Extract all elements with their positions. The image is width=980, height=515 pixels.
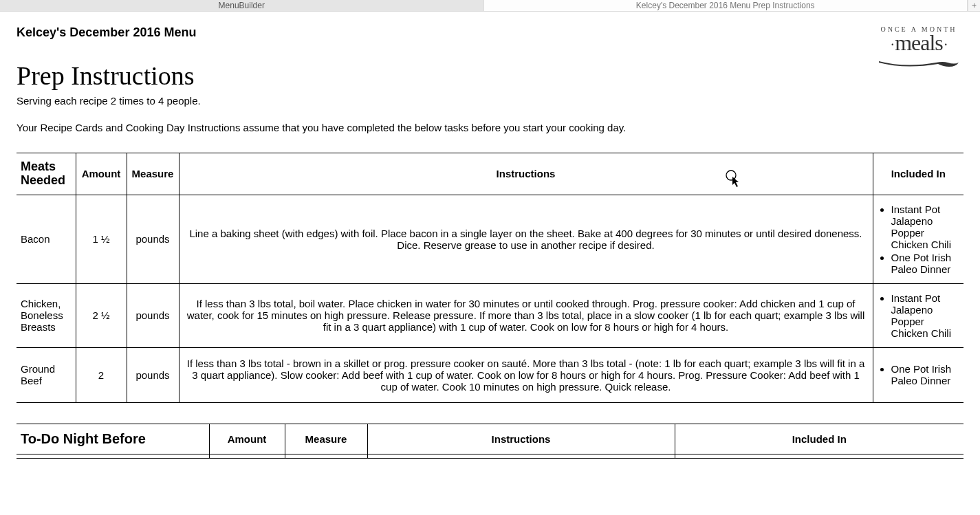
todo-header-title: To-Do Night Before: [17, 424, 209, 454]
intro-text: Your Recipe Cards and Cooking Day Instru…: [17, 122, 963, 133]
brand-logo: ONCE A MONTH meals: [874, 25, 963, 69]
page-title: Prep Instructions: [17, 61, 963, 91]
table-row: Ground Beef2poundsIf less than 3 lbs tot…: [17, 347, 963, 402]
table-row: Chicken, Boneless Breasts2 ½poundsIf les…: [17, 283, 963, 347]
todo-header-included: Included In: [675, 424, 963, 454]
todo-header-amount: Amount: [209, 424, 285, 454]
todo-header-measure: Measure: [285, 424, 367, 454]
tab-prep-instructions[interactable]: Kelcey's December 2016 Menu Prep Instruc…: [484, 0, 968, 11]
meat-included-in: Instant Pot Jalapeno Popper Chicken Chil…: [873, 283, 963, 347]
spoon-icon: [878, 57, 960, 69]
todo-header-row: To-Do Night Before Amount Measure Instru…: [17, 424, 963, 454]
meat-measure: pounds: [127, 283, 179, 347]
meats-header-instructions: Instructions: [179, 153, 873, 195]
meat-amount: 1 ½: [76, 195, 127, 283]
subtitle: Serving each recipe 2 times to 4 people.: [17, 95, 963, 107]
included-recipe: One Pot Irish Paleo Dinner: [891, 363, 960, 386]
meat-measure: pounds: [127, 195, 179, 283]
tab-bar: MenuBuilder Kelcey's December 2016 Menu …: [0, 0, 980, 12]
meat-instructions: Line a baking sheet (with edges) with fo…: [179, 195, 873, 283]
meat-included-in: One Pot Irish Paleo Dinner: [873, 347, 963, 402]
table-row: Bacon1 ½poundsLine a baking sheet (with …: [17, 195, 963, 283]
included-recipe: One Pot Irish Paleo Dinner: [891, 252, 960, 275]
meats-header-name: Meats Needed: [17, 153, 76, 195]
meat-instructions: If less than 3 lbs total - brown in a sk…: [179, 347, 873, 402]
meats-header-included: Included In: [873, 153, 963, 195]
meat-amount: 2: [76, 347, 127, 402]
meat-instructions: If less than 3 lbs total, boil water. Pl…: [179, 283, 873, 347]
menu-title: Kelcey's December 2016 Menu: [17, 25, 963, 40]
meats-header-row: Meats Needed Amount Measure Instructions…: [17, 153, 963, 195]
included-recipe: Instant Pot Jalapeno Popper Chicken Chil…: [891, 292, 960, 339]
todo-empty-row: [17, 454, 963, 458]
meats-table: Meats Needed Amount Measure Instructions…: [17, 153, 963, 403]
meats-header-measure: Measure: [127, 153, 179, 195]
page-content: ONCE A MONTH meals Kelcey's December 201…: [0, 12, 980, 472]
meats-header-amount: Amount: [76, 153, 127, 195]
todo-table: To-Do Night Before Amount Measure Instru…: [17, 424, 963, 459]
todo-header-instructions: Instructions: [367, 424, 675, 454]
tab-menubuilder[interactable]: MenuBuilder: [0, 0, 484, 11]
meat-amount: 2 ½: [76, 283, 127, 347]
tab-add-button[interactable]: +: [968, 0, 980, 11]
meat-name: Ground Beef: [17, 347, 76, 402]
logo-word: meals: [874, 30, 963, 56]
meat-name: Bacon: [17, 195, 76, 283]
meat-name: Chicken, Boneless Breasts: [17, 283, 76, 347]
meat-included-in: Instant Pot Jalapeno Popper Chicken Chil…: [873, 195, 963, 283]
included-recipe: Instant Pot Jalapeno Popper Chicken Chil…: [891, 204, 960, 250]
meat-measure: pounds: [127, 347, 179, 402]
